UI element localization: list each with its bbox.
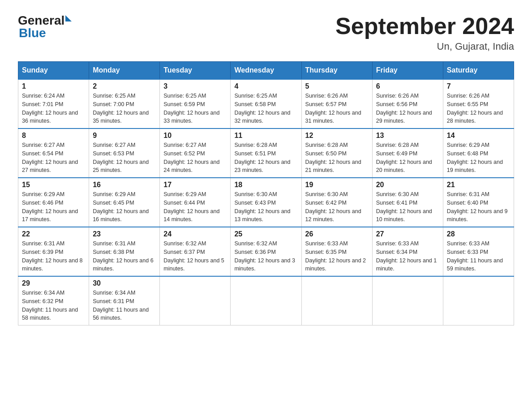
calendar-week-row: 1Sunrise: 6:24 AMSunset: 7:01 PMDaylight… — [18, 79, 514, 128]
calendar-cell: 27Sunrise: 6:33 AMSunset: 6:34 PMDayligh… — [372, 227, 443, 276]
day-info: Sunrise: 6:26 AMSunset: 6:56 PMDaylight:… — [376, 92, 439, 125]
day-number: 20 — [376, 181, 439, 189]
day-info: Sunrise: 6:26 AMSunset: 6:55 PMDaylight:… — [447, 92, 510, 125]
day-info: Sunrise: 6:31 AMSunset: 6:38 PMDaylight:… — [93, 240, 156, 273]
calendar-cell: 30Sunrise: 6:34 AMSunset: 6:31 PMDayligh… — [89, 276, 160, 325]
day-number: 9 — [93, 132, 156, 140]
day-info: Sunrise: 6:28 AMSunset: 6:50 PMDaylight:… — [305, 141, 369, 175]
calendar-week-row: 22Sunrise: 6:31 AMSunset: 6:39 PMDayligh… — [18, 227, 514, 276]
calendar-cell — [443, 276, 514, 325]
day-info: Sunrise: 6:33 AMSunset: 6:34 PMDaylight:… — [376, 240, 439, 273]
day-number: 27 — [376, 230, 439, 238]
calendar-cell: 11Sunrise: 6:28 AMSunset: 6:51 PMDayligh… — [231, 128, 301, 178]
calendar-cell: 22Sunrise: 6:31 AMSunset: 6:39 PMDayligh… — [18, 227, 89, 276]
page-header: General Blue September 2024 Un, Gujarat,… — [18, 13, 514, 52]
calendar-cell — [372, 276, 443, 325]
calendar-cell: 18Sunrise: 6:30 AMSunset: 6:43 PMDayligh… — [231, 178, 301, 227]
day-info: Sunrise: 6:34 AMSunset: 6:31 PMDaylight:… — [93, 289, 156, 322]
day-number: 1 — [22, 82, 85, 90]
day-info: Sunrise: 6:30 AMSunset: 6:43 PMDaylight:… — [234, 190, 297, 224]
calendar-cell: 29Sunrise: 6:34 AMSunset: 6:32 PMDayligh… — [18, 276, 89, 325]
month-title: September 2024 — [335, 13, 514, 39]
day-number: 7 — [447, 82, 510, 90]
calendar-cell: 25Sunrise: 6:32 AMSunset: 6:36 PMDayligh… — [231, 227, 301, 276]
calendar-table: SundayMondayTuesdayWednesdayThursdayFrid… — [18, 61, 514, 325]
calendar-cell — [231, 276, 301, 325]
calendar-cell: 12Sunrise: 6:28 AMSunset: 6:50 PMDayligh… — [301, 128, 372, 178]
calendar-header-thursday: Thursday — [301, 62, 372, 80]
day-number: 17 — [163, 181, 227, 189]
day-info: Sunrise: 6:31 AMSunset: 6:39 PMDaylight:… — [22, 240, 85, 273]
calendar-cell: 7Sunrise: 6:26 AMSunset: 6:55 PMDaylight… — [443, 79, 514, 128]
day-number: 30 — [93, 279, 156, 287]
day-number: 16 — [93, 181, 156, 189]
calendar-header-friday: Friday — [372, 62, 443, 80]
calendar-cell: 21Sunrise: 6:31 AMSunset: 6:40 PMDayligh… — [443, 178, 514, 227]
calendar-cell: 17Sunrise: 6:29 AMSunset: 6:44 PMDayligh… — [160, 178, 231, 227]
calendar-cell: 13Sunrise: 6:28 AMSunset: 6:49 PMDayligh… — [372, 128, 443, 178]
calendar-cell — [301, 276, 372, 325]
calendar-cell: 6Sunrise: 6:26 AMSunset: 6:56 PMDaylight… — [372, 79, 443, 128]
day-info: Sunrise: 6:29 AMSunset: 6:46 PMDaylight:… — [22, 190, 85, 224]
calendar-week-row: 29Sunrise: 6:34 AMSunset: 6:32 PMDayligh… — [18, 276, 514, 325]
calendar-cell: 24Sunrise: 6:32 AMSunset: 6:37 PMDayligh… — [160, 227, 231, 276]
calendar-cell: 28Sunrise: 6:33 AMSunset: 6:33 PMDayligh… — [443, 227, 514, 276]
day-number: 5 — [305, 82, 369, 90]
day-info: Sunrise: 6:30 AMSunset: 6:42 PMDaylight:… — [305, 190, 369, 224]
calendar-cell: 4Sunrise: 6:25 AMSunset: 6:58 PMDaylight… — [231, 79, 301, 128]
day-info: Sunrise: 6:27 AMSunset: 6:53 PMDaylight:… — [93, 141, 156, 175]
calendar-cell: 14Sunrise: 6:29 AMSunset: 6:48 PMDayligh… — [443, 128, 514, 178]
logo: General Blue — [18, 13, 72, 40]
calendar-cell: 8Sunrise: 6:27 AMSunset: 6:54 PMDaylight… — [18, 128, 89, 178]
day-number: 12 — [305, 132, 369, 140]
day-info: Sunrise: 6:24 AMSunset: 7:01 PMDaylight:… — [22, 92, 85, 125]
day-number: 3 — [163, 82, 227, 90]
day-info: Sunrise: 6:26 AMSunset: 6:57 PMDaylight:… — [305, 92, 369, 125]
calendar-header-monday: Monday — [89, 62, 160, 80]
calendar-cell: 2Sunrise: 6:25 AMSunset: 7:00 PMDaylight… — [89, 79, 160, 128]
day-info: Sunrise: 6:29 AMSunset: 6:48 PMDaylight:… — [447, 141, 510, 175]
calendar-cell: 5Sunrise: 6:26 AMSunset: 6:57 PMDaylight… — [301, 79, 372, 128]
calendar-header-saturday: Saturday — [443, 62, 514, 80]
day-number: 24 — [163, 230, 227, 238]
day-number: 10 — [163, 132, 227, 140]
calendar-cell: 10Sunrise: 6:27 AMSunset: 6:52 PMDayligh… — [160, 128, 231, 178]
day-number: 21 — [447, 181, 510, 189]
day-info: Sunrise: 6:25 AMSunset: 6:58 PMDaylight:… — [234, 92, 297, 125]
title-block: September 2024 Un, Gujarat, India — [335, 13, 514, 52]
day-number: 6 — [376, 82, 439, 90]
calendar-cell: 9Sunrise: 6:27 AMSunset: 6:53 PMDaylight… — [89, 128, 160, 178]
day-info: Sunrise: 6:27 AMSunset: 6:52 PMDaylight:… — [163, 141, 227, 175]
day-info: Sunrise: 6:33 AMSunset: 6:35 PMDaylight:… — [305, 240, 369, 273]
day-number: 28 — [447, 230, 510, 238]
logo-triangle-icon — [65, 15, 72, 21]
calendar-header-row: SundayMondayTuesdayWednesdayThursdayFrid… — [18, 62, 514, 80]
day-info: Sunrise: 6:27 AMSunset: 6:54 PMDaylight:… — [22, 141, 85, 175]
calendar-cell: 19Sunrise: 6:30 AMSunset: 6:42 PMDayligh… — [301, 178, 372, 227]
calendar-cell — [160, 276, 231, 325]
day-number: 29 — [22, 279, 85, 287]
logo-blue-text: Blue — [19, 26, 46, 40]
day-info: Sunrise: 6:28 AMSunset: 6:49 PMDaylight:… — [376, 141, 439, 175]
day-number: 4 — [234, 82, 297, 90]
calendar-cell: 16Sunrise: 6:29 AMSunset: 6:45 PMDayligh… — [89, 178, 160, 227]
day-info: Sunrise: 6:25 AMSunset: 6:59 PMDaylight:… — [163, 92, 227, 125]
day-info: Sunrise: 6:33 AMSunset: 6:33 PMDaylight:… — [447, 240, 510, 273]
day-number: 14 — [447, 132, 510, 140]
day-info: Sunrise: 6:25 AMSunset: 7:00 PMDaylight:… — [93, 92, 156, 125]
day-info: Sunrise: 6:32 AMSunset: 6:37 PMDaylight:… — [163, 240, 227, 273]
calendar-header-tuesday: Tuesday — [160, 62, 231, 80]
day-number: 11 — [234, 132, 297, 140]
location-subtitle: Un, Gujarat, India — [335, 41, 514, 52]
day-number: 26 — [305, 230, 369, 238]
calendar-cell: 20Sunrise: 6:30 AMSunset: 6:41 PMDayligh… — [372, 178, 443, 227]
calendar-week-row: 8Sunrise: 6:27 AMSunset: 6:54 PMDaylight… — [18, 128, 514, 178]
day-info: Sunrise: 6:34 AMSunset: 6:32 PMDaylight:… — [22, 289, 85, 322]
calendar-header-sunday: Sunday — [18, 62, 89, 80]
day-info: Sunrise: 6:28 AMSunset: 6:51 PMDaylight:… — [234, 141, 297, 175]
calendar-cell: 26Sunrise: 6:33 AMSunset: 6:35 PMDayligh… — [301, 227, 372, 276]
day-number: 18 — [234, 181, 297, 189]
day-info: Sunrise: 6:32 AMSunset: 6:36 PMDaylight:… — [234, 240, 297, 273]
day-info: Sunrise: 6:29 AMSunset: 6:45 PMDaylight:… — [93, 190, 156, 224]
day-number: 22 — [22, 230, 85, 238]
